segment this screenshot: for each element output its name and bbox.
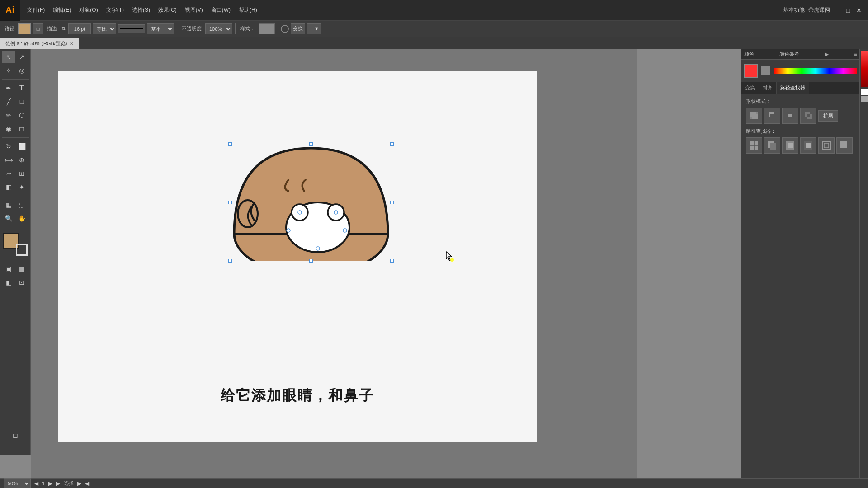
- svg-rect-17: [788, 114, 792, 117]
- lasso-btn[interactable]: ◎: [15, 64, 28, 77]
- stroke-value-input[interactable]: [68, 23, 91, 34]
- nav-next2[interactable]: ▶: [56, 480, 60, 487]
- style-preview[interactable]: [259, 23, 275, 34]
- nav-prev[interactable]: ◀: [34, 480, 38, 487]
- more-btn[interactable]: ⋯▼: [307, 23, 321, 34]
- width-btn[interactable]: ⟺: [2, 154, 15, 166]
- scale-btn[interactable]: ⬜: [15, 140, 28, 153]
- crop-btn[interactable]: [800, 137, 816, 154]
- shape-build-btn[interactable]: ⊕: [15, 154, 28, 166]
- panel-menu-icon[interactable]: ▶: [825, 51, 829, 57]
- align-tab[interactable]: 对齐: [759, 82, 777, 94]
- svg-rect-29: [806, 143, 811, 148]
- eraser-btn[interactable]: ◻: [15, 122, 28, 135]
- menu-text[interactable]: 文字(T): [103, 5, 127, 16]
- pathfinder-divider: [746, 126, 855, 126]
- pencil-btn[interactable]: ✏: [2, 109, 15, 122]
- pathfinder-tab[interactable]: 路径查找器: [777, 82, 809, 94]
- color-spectrum[interactable]: [774, 68, 857, 74]
- text-tool-btn[interactable]: T: [15, 82, 28, 94]
- paint-bucket-btn[interactable]: ⬡: [15, 109, 28, 122]
- panel-options-icon[interactable]: ≡: [854, 51, 857, 57]
- exclude-btn[interactable]: [800, 108, 816, 124]
- gradient-btn[interactable]: ◧: [2, 181, 15, 193]
- menu-file[interactable]: 文件(F): [24, 5, 48, 16]
- minimize-button[interactable]: —: [834, 7, 841, 14]
- tool-divider-2: [2, 137, 29, 138]
- blob-brush-btn[interactable]: ◉: [2, 122, 15, 135]
- file-tab[interactable]: 范例.ai* @ 50% (RGB/预览) ✕: [0, 38, 79, 49]
- menu-help[interactable]: 帮助(H): [235, 5, 261, 16]
- perspective-btn[interactable]: ▱: [2, 167, 15, 180]
- artboard-btn[interactable]: ⬚: [15, 198, 28, 211]
- line-tool-btn[interactable]: ╱: [2, 95, 15, 108]
- intersect-btn[interactable]: [782, 108, 798, 124]
- color-red-swatch[interactable]: [744, 64, 758, 78]
- zoom-select[interactable]: 50%: [4, 478, 31, 488]
- unite-btn[interactable]: [746, 108, 762, 124]
- stroke-ratio-select[interactable]: 等比: [93, 23, 116, 34]
- svg-rect-27: [788, 143, 793, 148]
- screenshot-btn[interactable]: ⊡: [15, 276, 28, 289]
- close-button[interactable]: ✕: [855, 7, 863, 14]
- eyedropper-btn[interactable]: ✦: [15, 181, 28, 193]
- divide-btn[interactable]: [746, 137, 762, 154]
- hand-btn[interactable]: ✋: [15, 212, 28, 225]
- artboard-bottom-icon[interactable]: ⊟: [9, 429, 22, 442]
- menu-view[interactable]: 视图(V): [181, 5, 207, 16]
- merge-btn[interactable]: [782, 137, 798, 154]
- rotate-btn[interactable]: ↻: [2, 140, 15, 153]
- tab-close-btn[interactable]: ✕: [70, 41, 73, 46]
- tool-row-4: ╱ □: [2, 95, 28, 108]
- divider-1: [177, 23, 177, 34]
- chart-btn[interactable]: ▦: [2, 198, 15, 211]
- transform-btn[interactable]: 变换: [291, 23, 305, 34]
- menu-right: 基本功能 ◎虎课网 — □ ✕: [783, 6, 868, 14]
- svg-rect-14: [770, 114, 776, 119]
- left-tools-panel: ↖ ↗ ✧ ◎ ✒ T ╱ □ ✏ ⬡ ◉ ◻ ↻ ⬜ ⟺ ⊕ ▱ ⊞ ◧ ✦ …: [0, 49, 31, 455]
- stroke-label: 描边: [45, 25, 59, 32]
- rect-tool-btn[interactable]: □: [15, 95, 28, 108]
- nav-next[interactable]: ▶: [48, 480, 52, 487]
- link-icon: [281, 25, 289, 33]
- tool-row-11: ▦ ⬚: [2, 198, 28, 211]
- tool-row-10: ◧ ✦: [2, 181, 28, 193]
- magic-wand-btn[interactable]: ✧: [2, 64, 15, 77]
- fill-color-btn[interactable]: [18, 23, 31, 34]
- draw-mode-btn[interactable]: ▥: [16, 263, 28, 275]
- divider-3: [278, 23, 278, 34]
- menu-window[interactable]: 窗口(W): [208, 5, 234, 16]
- color-ref-label: 颜色参考: [779, 51, 799, 57]
- zoom-btn[interactable]: 🔍: [2, 212, 15, 225]
- color-label: 颜色: [744, 51, 754, 57]
- menu-effect[interactable]: 效果(C): [155, 5, 180, 16]
- right-panel: 颜色 颜色参考 ▶ ≡ 变换 对齐 路径查找器 形状模式：: [741, 49, 860, 483]
- minus-front-btn[interactable]: [764, 108, 780, 124]
- trim-btn[interactable]: [764, 137, 780, 154]
- layer-btn[interactable]: ◧: [2, 276, 15, 289]
- color-gray-swatch[interactable]: [761, 66, 770, 75]
- menu-select[interactable]: 选择(S): [128, 5, 154, 16]
- svg-rect-12: [750, 112, 758, 119]
- screen-mode-btn[interactable]: ▣: [2, 263, 15, 275]
- outline-btn[interactable]: [818, 137, 835, 154]
- direct-select-tool-btn[interactable]: ↗: [15, 51, 28, 63]
- pen-tool-btn[interactable]: ✒: [2, 82, 15, 94]
- transform-tab[interactable]: 变换: [741, 82, 759, 94]
- svg-rect-31: [824, 143, 829, 148]
- minus-back-btn[interactable]: [836, 137, 853, 154]
- opacity-select[interactable]: 100%: [205, 23, 232, 34]
- artwork-container[interactable]: [230, 144, 392, 261]
- maximize-button[interactable]: □: [844, 7, 852, 14]
- expand-btn[interactable]: 扩展: [818, 110, 838, 122]
- select-tool-btn[interactable]: ↖: [2, 51, 15, 63]
- mesh-btn[interactable]: ⊞: [15, 167, 28, 180]
- stroke-style-btn[interactable]: □: [33, 23, 43, 34]
- artboard-bottom-btn[interactable]: ⊟: [9, 429, 22, 442]
- menu-object[interactable]: 对象(O): [75, 5, 101, 16]
- statusbar: 50% ◀ 1 ▶ ▶ 选择 ▶ ◀: [0, 478, 868, 488]
- stroke-style-select[interactable]: 基本: [147, 23, 174, 34]
- stroke-swatch[interactable]: [16, 244, 28, 256]
- menu-edit[interactable]: 编辑(E): [49, 5, 75, 16]
- canvas-area[interactable]: 给它添加眼睛，和鼻子: [31, 49, 637, 483]
